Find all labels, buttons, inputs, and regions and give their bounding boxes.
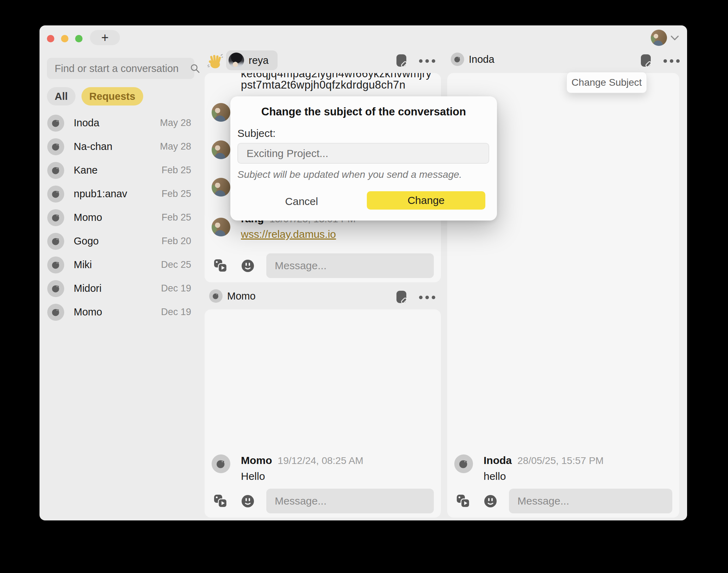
conversation-name: Momo bbox=[74, 306, 161, 318]
conversation-date: Dec 19 bbox=[161, 283, 191, 294]
more-menu-icon[interactable] bbox=[419, 59, 436, 63]
conversation-name: Momo bbox=[74, 212, 162, 223]
avatar bbox=[451, 53, 464, 66]
attach-media-icon[interactable] bbox=[214, 259, 227, 272]
conversation-date: Feb 25 bbox=[162, 165, 191, 176]
message-author: Inoda bbox=[484, 454, 512, 466]
conversation-name: Miki bbox=[74, 259, 161, 271]
message-input[interactable] bbox=[266, 489, 434, 513]
message-meta: Momo 19/12/24, 08:25 AM bbox=[241, 454, 363, 466]
conversation-name: Inoda bbox=[74, 117, 160, 129]
conversation-list-item[interactable]: Miki Dec 25 bbox=[40, 253, 201, 277]
emoji-picker-icon[interactable] bbox=[241, 259, 254, 272]
message-text: Hello bbox=[241, 470, 363, 482]
conversation-list-item[interactable]: Midori Dec 19 bbox=[40, 277, 201, 300]
avatar bbox=[47, 186, 64, 203]
peer-name: Momo bbox=[227, 290, 256, 302]
conversation-date: Dec 19 bbox=[161, 307, 191, 318]
avatar bbox=[47, 115, 64, 132]
avatar bbox=[47, 280, 64, 297]
peer-header-inoda[interactable]: Inoda bbox=[451, 53, 495, 66]
message-input[interactable] bbox=[509, 489, 672, 513]
message-meta: Inoda 28/05/25, 15:57 PM bbox=[484, 454, 603, 466]
message-timestamp: 19/12/24, 08:25 AM bbox=[278, 455, 363, 466]
relay-link[interactable]: wss://relay.damus.io bbox=[241, 228, 336, 240]
conversation-date: Feb 20 bbox=[162, 236, 191, 247]
dialog-title: Change the subject of the conversation bbox=[230, 105, 497, 118]
message-author: Momo bbox=[241, 454, 272, 466]
more-menu-icon[interactable] bbox=[419, 295, 436, 300]
subject-label: Subject: bbox=[237, 127, 275, 139]
conversation-list-item[interactable]: Inoda May 28 bbox=[40, 111, 201, 135]
more-menu-icon[interactable] bbox=[663, 59, 680, 63]
change-button[interactable]: Change bbox=[367, 191, 485, 210]
conversation-date: Feb 25 bbox=[162, 188, 191, 199]
app-window: + All Requests Inoda May 28 bbox=[40, 25, 687, 520]
subject-helper-text: Subject will be updated when you send a … bbox=[237, 169, 462, 180]
conversation-name: Na-chan bbox=[74, 141, 160, 152]
message-avatar[interactable] bbox=[212, 218, 230, 236]
conversation-filter-tabs: All Requests bbox=[47, 87, 143, 105]
message-avatar[interactable] bbox=[212, 454, 230, 473]
composer-reya bbox=[214, 253, 434, 278]
change-subject-dialog: Change the subject of the conversation S… bbox=[230, 96, 497, 221]
conversation-date: Dec 25 bbox=[161, 259, 191, 270]
message-avatar[interactable] bbox=[212, 103, 230, 122]
message: Momo 19/12/24, 08:25 AM Hello bbox=[212, 454, 363, 482]
conversation-name: npub1:anav bbox=[74, 188, 162, 200]
avatar bbox=[47, 233, 64, 250]
conversation-list-item[interactable]: npub1:anav Feb 25 bbox=[40, 182, 201, 206]
composer-momo bbox=[214, 489, 434, 513]
search-input[interactable] bbox=[47, 63, 190, 74]
avatar bbox=[209, 289, 223, 303]
conversation-date: Feb 25 bbox=[162, 212, 191, 223]
avatar bbox=[47, 138, 64, 155]
subject-input[interactable] bbox=[237, 143, 489, 164]
peer-chip-reya[interactable]: reya bbox=[226, 50, 278, 70]
conversation-list-item[interactable]: Momo Dec 19 bbox=[40, 300, 201, 324]
message-text: hello bbox=[484, 470, 603, 482]
conversation-name: Kane bbox=[74, 164, 162, 176]
message-input[interactable] bbox=[266, 253, 434, 278]
tab-all[interactable]: All bbox=[47, 87, 75, 105]
message-timestamp: 28/05/25, 15:57 PM bbox=[517, 455, 603, 466]
message: Inoda 28/05/25, 15:57 PM hello bbox=[454, 454, 603, 482]
message-avatar[interactable] bbox=[212, 178, 230, 197]
message-avatar[interactable] bbox=[454, 454, 473, 473]
conversation-date: May 28 bbox=[160, 117, 191, 128]
message-avatar[interactable] bbox=[212, 140, 230, 159]
change-subject-note-icon[interactable] bbox=[395, 290, 408, 305]
avatar bbox=[47, 304, 64, 321]
change-subject-note-icon[interactable] bbox=[395, 54, 408, 68]
change-subject-note-icon[interactable] bbox=[639, 54, 653, 68]
emoji-picker-icon[interactable] bbox=[241, 495, 254, 508]
avatar bbox=[47, 209, 64, 226]
cancel-button[interactable]: Cancel bbox=[270, 192, 333, 211]
peer-name: reya bbox=[249, 55, 268, 66]
peer-name: Inoda bbox=[469, 54, 495, 65]
avatar bbox=[47, 257, 64, 273]
composer-inoda bbox=[456, 489, 672, 513]
conversation-list-item[interactable]: Kane Feb 25 bbox=[40, 158, 201, 182]
conversation-name: Gogo bbox=[74, 235, 162, 247]
attach-media-icon[interactable] bbox=[456, 494, 470, 508]
search-icon bbox=[190, 63, 200, 74]
waving-hand-icon bbox=[207, 54, 223, 69]
conversation-list-item[interactable]: Gogo Feb 20 bbox=[40, 229, 201, 253]
conversation-name: Midori bbox=[74, 283, 161, 294]
change-subject-tooltip: Change Subject bbox=[566, 72, 647, 93]
conversation-list-item[interactable]: Na-chan May 28 bbox=[40, 135, 201, 158]
avatar bbox=[229, 53, 244, 68]
conversation-list: Inoda May 28 Na-chan May 28 Kane Feb 25 bbox=[40, 111, 201, 324]
search-field[interactable] bbox=[47, 58, 194, 79]
chat-panel-momo: Momo 19/12/24, 08:25 AM Hello bbox=[205, 309, 441, 518]
attach-media-icon[interactable] bbox=[214, 494, 227, 508]
tab-requests[interactable]: Requests bbox=[81, 87, 143, 105]
sidebar: All Requests Inoda May 28 Na-chan May 28 bbox=[40, 25, 201, 520]
peer-header-momo[interactable]: Momo bbox=[209, 289, 256, 303]
avatar bbox=[47, 162, 64, 179]
conversation-date: May 28 bbox=[160, 141, 191, 152]
npub-text: pst7mta2t6wpjh0qfzkdrdgu8ch7n bbox=[241, 79, 406, 91]
emoji-picker-icon[interactable] bbox=[484, 495, 497, 508]
conversation-list-item[interactable]: Momo Feb 25 bbox=[40, 206, 201, 229]
